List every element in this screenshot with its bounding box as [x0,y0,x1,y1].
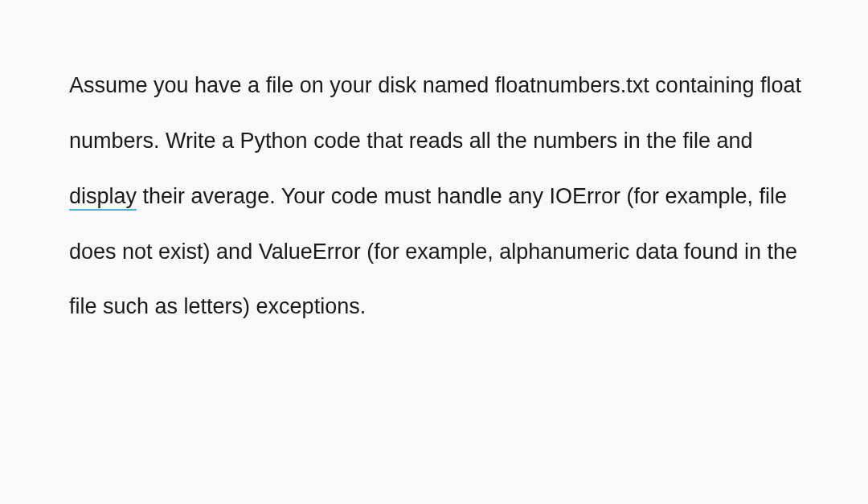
question-paragraph: Assume you have a file on your disk name… [69,58,804,334]
question-text-after: their average. Your code must handle any… [69,184,797,319]
underlined-word: display [69,184,137,211]
question-text-before: Assume you have a file on your disk name… [69,73,801,153]
